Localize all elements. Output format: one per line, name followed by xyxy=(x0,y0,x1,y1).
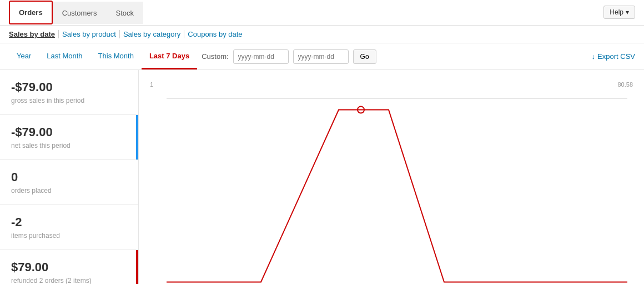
chart-svg xyxy=(150,81,633,284)
help-arrow: ▾ xyxy=(626,8,629,16)
sub-nav-coupons-by-date[interactable]: Coupons by date xyxy=(184,30,245,38)
stat-net-sales: -$79.00 net sales this period xyxy=(0,115,138,160)
tab-orders[interactable]: Orders xyxy=(9,1,53,24)
sub-nav-sales-by-product[interactable]: Sales by product xyxy=(59,30,120,38)
gross-sales-label: gross sales in this period xyxy=(11,97,127,104)
export-csv-button[interactable]: ↓ Export CSV xyxy=(592,52,635,61)
top-bar: Orders Customers Stock Help ▾ xyxy=(0,0,644,26)
refunded-accent xyxy=(136,250,138,284)
chart-y-right: 80.58 xyxy=(617,81,633,88)
gross-sales-value: -$79.00 xyxy=(11,80,127,94)
chart-y-left: 1 xyxy=(150,81,153,88)
items-purchased-value: -2 xyxy=(11,215,127,230)
items-purchased-label: items purchased xyxy=(11,232,127,240)
stat-items-purchased: -2 items purchased xyxy=(0,205,138,250)
help-button[interactable]: Help ▾ xyxy=(603,6,635,19)
stats-panel: -$79.00 gross sales in this period -$79.… xyxy=(0,70,139,284)
tab-stock[interactable]: Stock xyxy=(107,2,144,24)
filter-last-month[interactable]: Last Month xyxy=(39,44,90,69)
stat-refunded: $79.00 refunded 2 orders (2 items) xyxy=(0,250,138,284)
filter-tabs: Year Last Month This Month Last 7 Days xyxy=(9,44,197,69)
stat-gross-sales: -$79.00 gross sales in this period xyxy=(0,70,138,115)
stat-orders-placed: 0 orders placed xyxy=(0,160,138,205)
filter-this-month[interactable]: This Month xyxy=(90,44,142,69)
export-icon: ↓ xyxy=(592,52,596,61)
net-sales-accent xyxy=(136,115,138,160)
net-sales-value: -$79.00 xyxy=(11,125,127,139)
filter-year[interactable]: Year xyxy=(9,44,39,69)
sub-nav: Sales by date Sales by product Sales by … xyxy=(0,26,644,43)
sub-nav-sales-by-category[interactable]: Sales by category xyxy=(120,30,184,38)
refunded-label: refunded 2 orders (2 items) xyxy=(11,277,127,284)
date-to-input[interactable] xyxy=(293,49,349,64)
go-button[interactable]: Go xyxy=(353,49,376,64)
filter-last-7-days[interactable]: Last 7 Days xyxy=(142,44,197,69)
sub-nav-sales-by-date[interactable]: Sales by date xyxy=(9,30,59,38)
net-sales-label: net sales this period xyxy=(11,142,127,150)
tab-customers[interactable]: Customers xyxy=(53,2,107,24)
help-label: Help xyxy=(610,8,623,16)
orders-placed-label: orders placed xyxy=(11,187,127,195)
main-content: -$79.00 gross sales in this period -$79.… xyxy=(0,70,644,284)
custom-label: Custom: xyxy=(202,52,228,61)
refunded-value: $79.00 xyxy=(11,260,127,275)
orders-placed-value: 0 xyxy=(11,170,127,185)
custom-section: Custom: Go xyxy=(202,49,376,64)
export-label: Export CSV xyxy=(597,52,635,61)
chart-area: 1 80.58 xyxy=(139,70,644,284)
filter-bar: Year Last Month This Month Last 7 Days C… xyxy=(0,43,644,70)
nav-tabs: Orders Customers Stock xyxy=(9,1,143,24)
date-from-input[interactable] xyxy=(233,49,289,64)
